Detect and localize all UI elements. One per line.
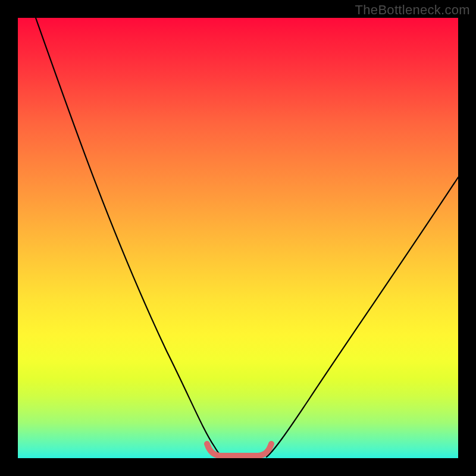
chart-svg [18, 18, 458, 458]
plot-area [18, 18, 458, 458]
curve-right-branch [267, 177, 458, 457]
chart-frame: TheBottleneck.com [0, 0, 476, 476]
watermark-label: TheBottleneck.com [355, 2, 470, 18]
curve-left-branch [36, 18, 223, 457]
